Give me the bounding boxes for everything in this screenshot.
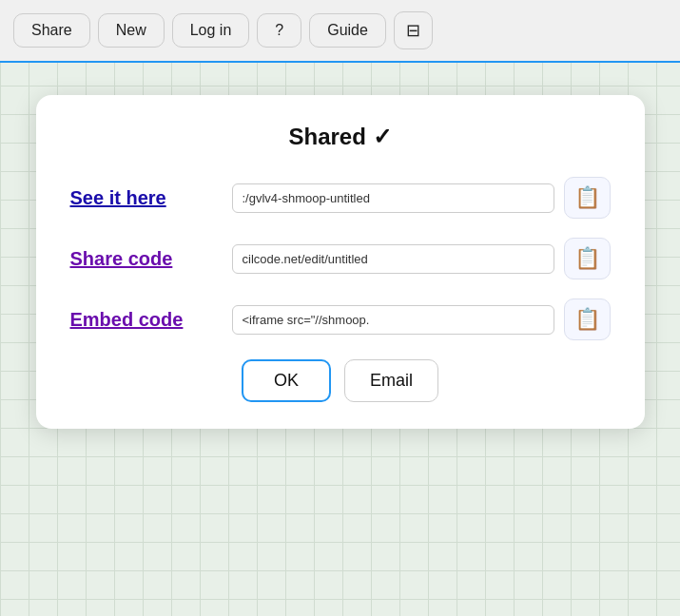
toolbar: Share New Log in ? Guide ⊟ xyxy=(0,0,680,63)
ok-button[interactable]: OK xyxy=(242,359,331,402)
shared-modal: Shared ✓ See it here 📋 Share code 📋 Embe… xyxy=(36,95,645,429)
share-button[interactable]: Share xyxy=(13,13,90,48)
see-it-here-link[interactable]: See it here xyxy=(70,187,223,209)
embed-code-link[interactable]: Embed code xyxy=(70,309,223,331)
share-code-link[interactable]: Share code xyxy=(70,248,223,270)
copy-see-it-here-button[interactable]: 📋 xyxy=(564,177,611,219)
login-button[interactable]: Log in xyxy=(172,13,250,48)
copy-icon-3: 📋 xyxy=(574,307,600,332)
modal-title: Shared ✓ xyxy=(70,124,611,150)
modal-overlay: Shared ✓ See it here 📋 Share code 📋 Embe… xyxy=(19,76,661,597)
guide-button[interactable]: Guide xyxy=(309,13,386,48)
embed-code-row: Embed code 📋 xyxy=(70,298,611,340)
modal-footer: OK Email xyxy=(70,359,611,402)
embed-code-input[interactable] xyxy=(232,305,554,335)
see-it-here-input[interactable] xyxy=(232,183,554,213)
email-button[interactable]: Email xyxy=(344,359,438,402)
see-it-here-row: See it here 📋 xyxy=(70,177,611,219)
share-code-input[interactable] xyxy=(232,244,554,274)
copy-share-code-button[interactable]: 📋 xyxy=(564,238,611,279)
new-button[interactable]: New xyxy=(98,13,165,48)
help-button[interactable]: ? xyxy=(257,13,301,48)
copy-icon-2: 📋 xyxy=(574,246,600,271)
layout-button[interactable]: ⊟ xyxy=(394,11,433,49)
copy-icon: 📋 xyxy=(574,185,600,210)
copy-embed-code-button[interactable]: 📋 xyxy=(564,298,611,340)
share-code-row: Share code 📋 xyxy=(70,238,611,279)
